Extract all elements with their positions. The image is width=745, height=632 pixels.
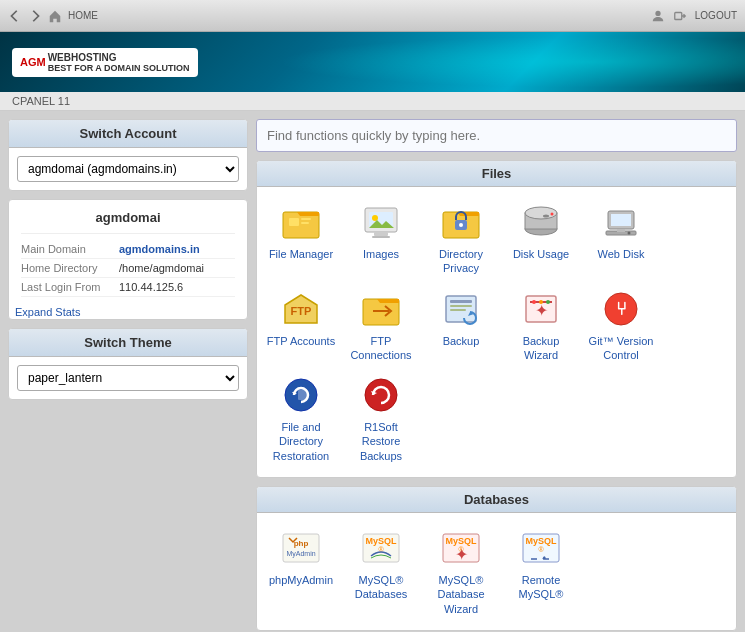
cpanel-version: CPANEL 11 xyxy=(12,95,70,107)
backup-item[interactable]: Backup xyxy=(421,282,501,369)
file-directory-restoration-label: File and Directory Restoration xyxy=(265,420,337,463)
last-login-label: Last Login From xyxy=(21,281,111,293)
mysql-database-wizard-item[interactable]: MySQL®✦ MySQL® Database Wizard xyxy=(421,521,501,622)
r1soft-restore-backups-label: R1Soft Restore Backups xyxy=(345,420,417,463)
backup-wizard-label: Backup Wizard xyxy=(505,334,577,363)
remote-mysql-icon: MySQL® xyxy=(520,527,562,569)
git-version-control-item[interactable]: ⑂ Git™ Version Control xyxy=(581,282,661,369)
svg-text:⑂: ⑂ xyxy=(616,299,627,319)
backup-icon xyxy=(440,288,482,330)
web-disk-item[interactable]: Web Disk xyxy=(581,195,661,282)
git-version-control-icon: ⑂ xyxy=(600,288,642,330)
ftp-accounts-label: FTP Accounts xyxy=(267,334,335,348)
logo-web: WEBHOSTING xyxy=(48,52,190,63)
home-dir-row: Home Directory /home/agmdomai xyxy=(21,259,235,278)
databases-icon-grid: phpMyAdmin phpMyAdmin MySQL® MySQL® Data… xyxy=(257,513,736,630)
file-manager-icon xyxy=(280,201,322,243)
disk-usage-item[interactable]: Disk Usage xyxy=(501,195,581,282)
logout-nav-icon[interactable] xyxy=(673,9,687,23)
svg-text:MySQL: MySQL xyxy=(365,536,397,546)
ftp-connections-label: FTP Connections xyxy=(345,334,417,363)
svg-point-17 xyxy=(543,215,549,218)
logo: AGM WEBHOSTING BEST FOR A DOMAIN SOLUTIO… xyxy=(12,48,198,77)
nav-left: HOME xyxy=(8,9,98,23)
last-login-value: 110.44.125.6 xyxy=(119,281,183,293)
phpmyadmin-label: phpMyAdmin xyxy=(269,573,333,587)
home-dir-value: /home/agmdomai xyxy=(119,262,204,274)
theme-select-row: paper_lantern xyxy=(9,357,247,399)
images-item[interactable]: Images xyxy=(341,195,421,282)
expand-stats-link[interactable]: Expand Stats xyxy=(9,300,86,320)
file-manager-label: File Manager xyxy=(269,247,333,261)
databases-section: Databases phpMyAdmin phpMyAdmin MySQL® M… xyxy=(256,486,737,631)
logo-hosting: BEST FOR A DOMAIN SOLUTION xyxy=(48,63,190,73)
top-nav: HOME LOGOUT xyxy=(0,0,745,32)
svg-rect-30 xyxy=(450,309,466,311)
logout-label[interactable]: LOGOUT xyxy=(695,10,737,21)
mysql-database-wizard-label: MySQL® Database Wizard xyxy=(425,573,497,616)
theme-select[interactable]: paper_lantern xyxy=(17,365,239,391)
home-label: HOME xyxy=(68,10,98,21)
home-nav-icon[interactable] xyxy=(48,9,62,23)
file-directory-restoration-item[interactable]: File and Directory Restoration xyxy=(261,368,341,469)
svg-text:®: ® xyxy=(538,546,544,553)
logo-agm: AGM xyxy=(20,56,46,68)
ftp-connections-item[interactable]: FTP Connections xyxy=(341,282,421,369)
svg-text:FTP: FTP xyxy=(291,305,312,317)
search-input[interactable] xyxy=(256,119,737,152)
file-manager-item[interactable]: File Manager xyxy=(261,195,341,282)
home-dir-label: Home Directory xyxy=(21,262,111,274)
banner: AGM WEBHOSTING BEST FOR A DOMAIN SOLUTIO… xyxy=(0,32,745,92)
files-icon-grid: File Manager Images Directory Privacy xyxy=(257,187,736,477)
account-info-section: agmdomai Main Domain agmdomains.in Home … xyxy=(8,199,248,320)
remote-mysql-item[interactable]: MySQL® Remote MySQL® xyxy=(501,521,581,622)
files-title: Files xyxy=(257,161,736,187)
account-select[interactable]: agmdomai (agmdomains.in) xyxy=(17,156,239,182)
back-icon[interactable] xyxy=(8,9,22,23)
directory-privacy-item[interactable]: Directory Privacy xyxy=(421,195,501,282)
mysql-databases-item[interactable]: MySQL® MySQL® Databases xyxy=(341,521,421,622)
svg-rect-10 xyxy=(372,236,390,238)
git-version-control-label: Git™ Version Control xyxy=(585,334,657,363)
web-disk-icon xyxy=(600,201,642,243)
phpmyadmin-icon: phpMyAdmin xyxy=(280,527,322,569)
svg-point-23 xyxy=(628,232,631,235)
phpmyadmin-item[interactable]: phpMyAdmin phpMyAdmin xyxy=(261,521,341,622)
ftp-accounts-icon: FTP xyxy=(280,288,322,330)
images-label: Images xyxy=(363,247,399,261)
backup-wizard-icon: ✦ xyxy=(520,288,562,330)
main-domain-label: Main Domain xyxy=(21,243,111,255)
svg-rect-28 xyxy=(450,300,472,303)
main-domain-row: Main Domain agmdomains.in xyxy=(21,240,235,259)
svg-rect-1 xyxy=(675,12,682,19)
switch-account-title: Switch Account xyxy=(9,120,247,148)
svg-rect-29 xyxy=(450,305,472,307)
sidebar: Switch Account agmdomai (agmdomains.in) … xyxy=(8,119,248,632)
disk-usage-icon xyxy=(520,201,562,243)
r1soft-restore-backups-item[interactable]: R1Soft Restore Backups xyxy=(341,368,421,469)
svg-rect-40 xyxy=(298,390,308,400)
ftp-accounts-item[interactable]: FTP FTP Accounts xyxy=(261,282,341,369)
files-section: Files File Manager Images xyxy=(256,160,737,478)
switch-account-section: Switch Account agmdomai (agmdomains.in) xyxy=(8,119,248,191)
switch-theme-section: Switch Theme paper_lantern xyxy=(8,328,248,400)
mysql-databases-icon: MySQL® xyxy=(360,527,402,569)
svg-rect-20 xyxy=(611,214,631,226)
main-domain-value: agmdomains.in xyxy=(119,243,200,255)
switch-theme-title: Switch Theme xyxy=(9,329,247,357)
svg-text:MyAdmin: MyAdmin xyxy=(286,550,315,558)
nav-right: LOGOUT xyxy=(651,9,737,23)
svg-rect-5 xyxy=(301,222,309,224)
svg-rect-4 xyxy=(301,218,311,220)
svg-point-18 xyxy=(551,213,554,216)
account-select-row: agmdomai (agmdomains.in) xyxy=(9,148,247,190)
svg-text:✦: ✦ xyxy=(455,546,468,563)
file-directory-restoration-icon xyxy=(280,374,322,416)
directory-privacy-label: Directory Privacy xyxy=(425,247,497,276)
forward-icon[interactable] xyxy=(28,9,42,23)
ftp-connections-icon xyxy=(360,288,402,330)
backup-wizard-item[interactable]: ✦ Backup Wizard xyxy=(501,282,581,369)
mysql-database-wizard-icon: MySQL®✦ xyxy=(440,527,482,569)
svg-text:php: php xyxy=(294,539,309,548)
svg-text:MySQL: MySQL xyxy=(445,536,477,546)
